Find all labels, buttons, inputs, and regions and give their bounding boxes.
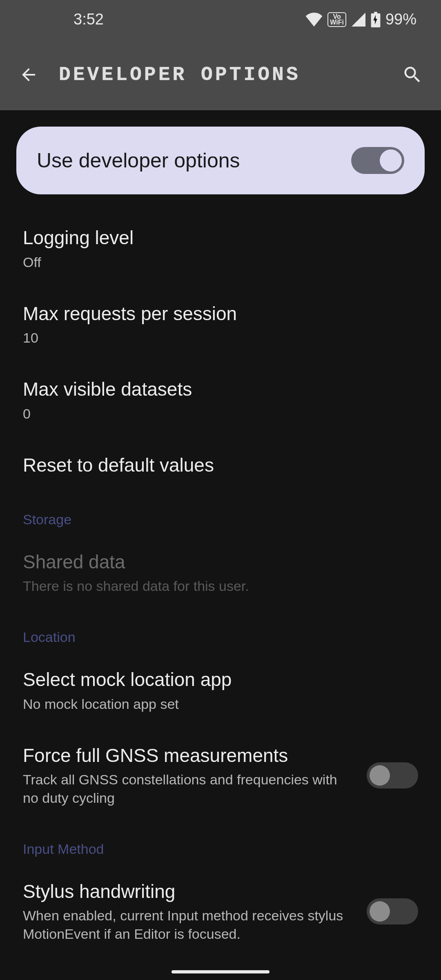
search-button[interactable] bbox=[400, 62, 425, 87]
status-right: VoWiFi 99% bbox=[305, 11, 416, 28]
mock-location-row[interactable]: Select mock location app No mock locatio… bbox=[16, 653, 425, 728]
setting-sub: No mock location app set bbox=[23, 695, 418, 713]
setting-sub: There is no shared data for this user. bbox=[23, 577, 418, 595]
setting-title: Max visible datasets bbox=[23, 378, 418, 401]
status-time: 3:52 bbox=[74, 11, 104, 28]
setting-title: Force full GNSS measurements bbox=[23, 744, 354, 768]
setting-sub: When enabled, current Input method recei… bbox=[23, 906, 354, 942]
max-datasets-row[interactable]: Max visible datasets 0 bbox=[16, 362, 425, 438]
content: Use developer options Logging level Off … bbox=[0, 110, 441, 958]
battery-icon bbox=[371, 12, 381, 27]
shared-data-row: Shared data There is no shared data for … bbox=[16, 535, 425, 611]
section-storage: Storage bbox=[16, 493, 425, 535]
signal-icon bbox=[351, 13, 366, 27]
app-bar: DEVELOPER OPTIONS bbox=[0, 39, 441, 110]
status-bar: 3:52 VoWiFi 99% bbox=[0, 0, 441, 39]
setting-sub: Track all GNSS constellations and freque… bbox=[23, 771, 354, 806]
setting-sub: 10 bbox=[23, 329, 418, 347]
wifi-icon bbox=[305, 13, 323, 27]
battery-percent: 99% bbox=[385, 11, 416, 28]
section-input-method: Input Method bbox=[16, 822, 425, 864]
stylus-handwriting-row[interactable]: Stylus handwriting When enabled, current… bbox=[16, 864, 425, 958]
search-icon bbox=[402, 64, 423, 85]
use-developer-options-row[interactable]: Use developer options bbox=[16, 127, 425, 194]
section-location: Location bbox=[16, 610, 425, 653]
setting-sub: 0 bbox=[23, 405, 418, 423]
stylus-handwriting-toggle[interactable] bbox=[367, 898, 418, 924]
page-title: DEVELOPER OPTIONS bbox=[59, 64, 400, 86]
vowifi-icon: VoWiFi bbox=[327, 12, 346, 27]
setting-sub: Off bbox=[23, 253, 418, 271]
use-developer-options-toggle[interactable] bbox=[351, 147, 404, 174]
max-requests-row[interactable]: Max requests per session 10 bbox=[16, 287, 425, 363]
setting-title: Max requests per session bbox=[23, 302, 418, 326]
back-button[interactable] bbox=[16, 62, 41, 87]
setting-title: Select mock location app bbox=[23, 668, 418, 692]
logging-level-row[interactable]: Logging level Off bbox=[16, 211, 425, 287]
setting-title: Shared data bbox=[23, 550, 418, 574]
arrow-back-icon bbox=[19, 65, 38, 85]
nav-handle[interactable] bbox=[172, 970, 270, 973]
setting-title: Logging level bbox=[23, 226, 418, 250]
setting-title: Stylus handwriting bbox=[23, 880, 354, 904]
force-gnss-row[interactable]: Force full GNSS measurements Track all G… bbox=[16, 728, 425, 822]
force-gnss-toggle[interactable] bbox=[367, 762, 418, 788]
reset-defaults-row[interactable]: Reset to default values bbox=[16, 438, 425, 493]
setting-title: Reset to default values bbox=[23, 454, 418, 477]
use-developer-options-label: Use developer options bbox=[37, 149, 240, 172]
